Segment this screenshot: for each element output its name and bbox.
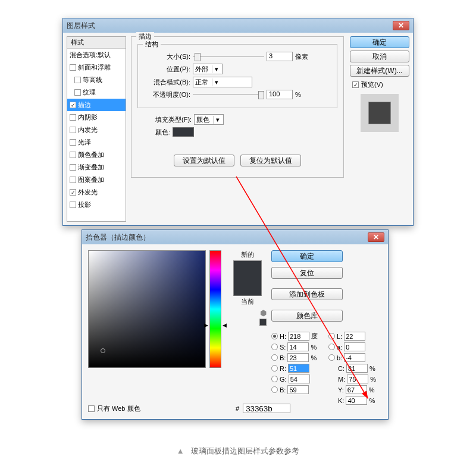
new-label: 新的 bbox=[228, 250, 267, 259]
bv-input[interactable] bbox=[287, 353, 309, 362]
item-inner-shadow[interactable]: 内阴影 bbox=[67, 111, 126, 124]
new-style-button[interactable]: 新建样式(W)... bbox=[350, 65, 409, 77]
size-input[interactable]: 3 bbox=[267, 52, 293, 61]
cancel-button[interactable]: 取消 bbox=[350, 51, 409, 62]
ls-title: 图层样式 bbox=[67, 21, 392, 31]
reset-default-button[interactable]: 复位为默认值 bbox=[240, 155, 301, 166]
l-input[interactable] bbox=[344, 332, 365, 341]
blend-mode-dropdown[interactable]: 正常▾ bbox=[193, 77, 252, 87]
item-outer-glow[interactable]: ✓外发光 bbox=[67, 186, 126, 199]
item-inner-glow[interactable]: 内发光 bbox=[67, 124, 126, 136]
hex-label: # bbox=[236, 405, 239, 412]
color-lib-button[interactable]: 颜色库 bbox=[271, 310, 343, 322]
color-field[interactable] bbox=[88, 250, 206, 368]
blab-radio[interactable] bbox=[328, 354, 335, 361]
cp-cancel-button[interactable]: 复位 bbox=[271, 267, 343, 279]
r-radio[interactable] bbox=[271, 365, 278, 372]
picker-ring-icon bbox=[101, 348, 105, 353]
item-color-overlay[interactable]: 颜色叠加 bbox=[67, 149, 126, 161]
a-radio[interactable] bbox=[328, 344, 335, 350]
checkbox-icon[interactable]: ✓ bbox=[70, 102, 76, 108]
cp-title: 拾色器（描边颜色） bbox=[86, 232, 367, 243]
cp-titlebar[interactable]: 拾色器（描边颜色） ✕ bbox=[82, 230, 388, 244]
item-pattern-overlay[interactable]: 图案叠加 bbox=[67, 174, 126, 186]
checkbox-icon[interactable] bbox=[70, 164, 76, 171]
y-input[interactable] bbox=[346, 385, 367, 394]
checkbox-icon[interactable] bbox=[74, 77, 81, 83]
close-icon[interactable]: ✕ bbox=[368, 232, 384, 242]
l-radio[interactable] bbox=[328, 333, 335, 339]
web-only-checkbox[interactable] bbox=[88, 405, 95, 412]
hue-thumb-icon: ▶◀ bbox=[204, 322, 227, 328]
chevron-down-icon: ▾ bbox=[213, 116, 221, 124]
blend-mode-label: 混合模式(B): bbox=[144, 78, 190, 87]
opacity-slider[interactable] bbox=[193, 90, 264, 99]
a-input[interactable] bbox=[344, 342, 365, 351]
k-input[interactable] bbox=[346, 396, 367, 405]
ls-titlebar[interactable]: 图层样式 ✕ bbox=[63, 18, 413, 33]
struct-title: 结构 bbox=[143, 40, 161, 49]
cp-ok-button[interactable]: 确定 bbox=[271, 250, 343, 262]
web-only-label: 只有 Web 颜色 bbox=[97, 404, 140, 413]
color-compare-swatch[interactable] bbox=[233, 260, 262, 296]
checkbox-icon[interactable] bbox=[70, 114, 76, 121]
checkbox-icon[interactable] bbox=[70, 127, 76, 133]
hue-slider[interactable]: ▶◀ bbox=[209, 250, 221, 368]
caption: ▲ 玻璃面板描边图层样式参数参考 bbox=[0, 446, 476, 457]
stroke-color-swatch[interactable] bbox=[173, 127, 194, 137]
s-radio[interactable] bbox=[271, 344, 278, 350]
bv-radio[interactable] bbox=[271, 354, 278, 361]
fill-type-label: 填充类型(F): bbox=[155, 115, 192, 124]
c-input[interactable] bbox=[346, 364, 368, 373]
h-input[interactable] bbox=[288, 332, 309, 341]
bb-radio[interactable] bbox=[271, 386, 278, 393]
item-stroke[interactable]: ✓描边 bbox=[67, 99, 126, 111]
item-bevel[interactable]: 斜面和浮雕 bbox=[67, 61, 126, 74]
blab-input[interactable] bbox=[344, 353, 365, 362]
item-satin[interactable]: 光泽 bbox=[67, 136, 126, 149]
h-radio[interactable] bbox=[271, 333, 278, 339]
checkbox-icon[interactable]: ✓ bbox=[70, 189, 76, 196]
color-picker-dialog: 拾色器（描边颜色） ✕ ▶◀ 新的 当前 ⬢ 确定 复位 添加到色板 颜色库 bbox=[82, 229, 389, 420]
g-radio[interactable] bbox=[271, 376, 278, 382]
item-contour[interactable]: 等高线 bbox=[67, 74, 126, 86]
fill-type-dropdown[interactable]: 颜色▾ bbox=[194, 114, 224, 125]
item-texture[interactable]: 纹理 bbox=[67, 86, 126, 99]
stroke-group: 描边 结构 大小(S): 3 像素 位置(P): 外部▾ 混合模式(B): bbox=[131, 36, 344, 178]
bb-input[interactable] bbox=[287, 385, 309, 394]
item-drop-shadow[interactable]: 投影 bbox=[67, 199, 126, 211]
style-list: 样式 混合选项:默认 斜面和浮雕 等高线 纹理 ✓描边 内阴影 内发光 光泽 颜… bbox=[67, 36, 126, 222]
checkbox-icon[interactable] bbox=[74, 89, 81, 96]
current-label: 当前 bbox=[228, 297, 267, 306]
layer-style-dialog: 图层样式 ✕ 样式 混合选项:默认 斜面和浮雕 等高线 纹理 ✓描边 内阴影 内… bbox=[62, 18, 414, 226]
preview-checkbox[interactable]: ✓ bbox=[352, 81, 359, 88]
checkbox-icon[interactable] bbox=[70, 139, 76, 146]
websafe-swatch-icon[interactable] bbox=[259, 319, 267, 326]
opacity-input[interactable]: 100 bbox=[267, 90, 293, 99]
opacity-label: 不透明度(O): bbox=[144, 90, 190, 99]
g-input[interactable] bbox=[289, 375, 310, 383]
s-input[interactable] bbox=[287, 342, 309, 351]
add-swatch-button[interactable]: 添加到色板 bbox=[271, 288, 343, 300]
checkbox-icon[interactable] bbox=[70, 64, 76, 71]
r-input[interactable] bbox=[288, 364, 309, 373]
position-label: 位置(P): bbox=[144, 65, 190, 74]
set-default-button[interactable]: 设置为默认值 bbox=[174, 155, 234, 166]
size-slider[interactable] bbox=[193, 52, 264, 61]
checkbox-icon[interactable] bbox=[70, 152, 76, 158]
gamut-warning-icon[interactable]: ⬢ bbox=[260, 309, 267, 317]
item-gradient-overlay[interactable]: 渐变叠加 bbox=[67, 161, 126, 174]
ok-button[interactable]: 确定 bbox=[350, 36, 409, 48]
blend-options[interactable]: 混合选项:默认 bbox=[67, 49, 126, 61]
style-list-header: 样式 bbox=[67, 37, 126, 49]
chevron-down-icon: ▾ bbox=[212, 78, 220, 86]
close-icon[interactable]: ✕ bbox=[393, 21, 409, 30]
position-dropdown[interactable]: 外部▾ bbox=[193, 64, 223, 74]
hex-input[interactable] bbox=[243, 404, 290, 413]
m-input[interactable] bbox=[347, 375, 368, 383]
checkbox-icon[interactable] bbox=[70, 202, 76, 208]
preview-swatch bbox=[361, 94, 399, 132]
preview-label: 预览(V) bbox=[361, 80, 383, 89]
checkbox-icon[interactable] bbox=[70, 177, 76, 183]
chevron-down-icon: ▾ bbox=[212, 65, 220, 73]
